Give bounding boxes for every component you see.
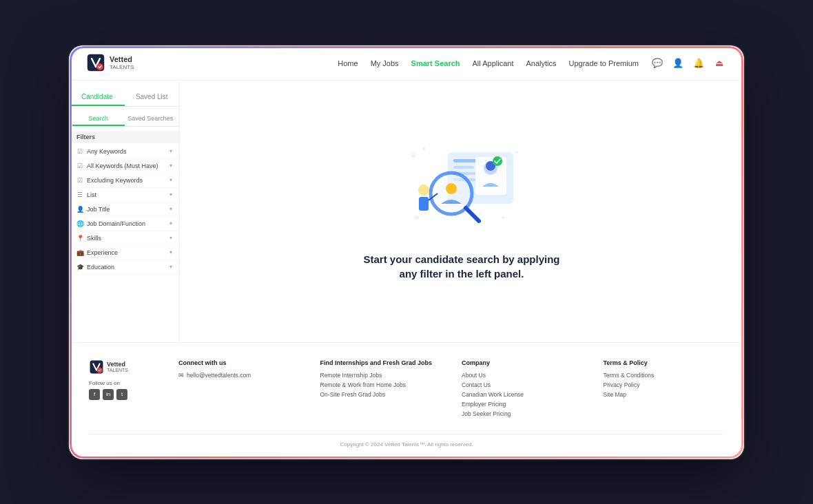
svg-point-22 — [418, 185, 429, 196]
chevron-down-icon: ▾ — [169, 220, 172, 227]
filter-job-domain-label: Job Domain/Function — [87, 220, 145, 227]
filter-experience-label: Experience — [87, 249, 118, 256]
footer-col-internships: Find Internships and Fresh Grad Jobs Rem… — [320, 359, 442, 420]
logo-sub: TALENTS — [110, 64, 134, 70]
chat-icon[interactable]: 💬 — [650, 55, 665, 70]
filter-skills-label: Skills — [87, 235, 101, 242]
chevron-down-icon: ▾ — [169, 249, 172, 255]
nav-home[interactable]: Home — [338, 56, 358, 69]
svg-point-3 — [422, 147, 425, 150]
footer-col-terms-title: Terms & Policy — [604, 359, 725, 366]
facebook-icon[interactable]: f — [89, 389, 100, 400]
filter-education[interactable]: 🎓 Education ▾ — [70, 260, 179, 275]
checkbox-icon: ☑ — [76, 148, 83, 155]
footer-columns: Vetted TALENTS Follow us on f in t Conne… — [89, 359, 724, 420]
filter-skills[interactable]: 📍 Skills ▾ — [70, 231, 179, 246]
filter-excluding-keywords[interactable]: ☑ Excluding Keywords ▾ — [70, 174, 179, 188]
social-icons: f in t — [89, 389, 158, 400]
footer-link-employer-pricing[interactable]: Employer Pricing — [462, 401, 583, 408]
footer-link-onsite[interactable]: On-Site Fresh Grad Jobs — [320, 391, 442, 398]
filters-header: Filters — [70, 131, 179, 143]
footer-link-contact[interactable]: Contact Us — [462, 381, 583, 388]
list-icon: ☰ — [76, 191, 83, 198]
chevron-down-icon: ▾ — [169, 206, 172, 212]
person-icon: 👤 — [76, 206, 83, 213]
nav-analytics[interactable]: Analytics — [526, 56, 556, 69]
chevron-down-icon: ▾ — [169, 162, 172, 169]
svg-point-5 — [515, 151, 518, 154]
filter-all-keywords[interactable]: ☑ All Keywords (Must Have) ▾ — [70, 159, 179, 174]
linkedin-icon[interactable]: in — [103, 389, 114, 400]
chevron-down-icon: ▾ — [169, 264, 172, 270]
filter-any-keywords[interactable]: ☑ Any Keywords ▾ — [70, 145, 179, 159]
footer-link-terms[interactable]: Terms & Conditions — [604, 372, 725, 379]
graduation-icon: 🎓 — [76, 264, 83, 271]
footer-col-connect-title: Connect with us — [178, 359, 300, 366]
chevron-down-icon: ▾ — [169, 148, 172, 154]
svg-point-6 — [502, 216, 504, 219]
filter-list-label: List — [87, 191, 96, 198]
footer-col-terms: Terms & Policy Terms & Conditions Privac… — [604, 359, 725, 420]
chevron-down-icon: ▾ — [169, 177, 172, 183]
pin-icon: 📍 — [76, 235, 83, 242]
bell-icon[interactable]: 🔔 — [691, 55, 706, 70]
filter-all-keywords-label: All Keywords (Must Have) — [87, 162, 158, 169]
twitter-icon[interactable]: t — [116, 389, 127, 400]
svg-rect-23 — [419, 197, 429, 211]
footer-link-jobseeker-pricing[interactable]: Job Seeker Pricing — [462, 410, 583, 417]
briefcase-icon: 💼 — [76, 249, 83, 256]
footer-link-about[interactable]: About Us — [462, 372, 583, 379]
center-content: ★★★★★ Star — [180, 81, 743, 342]
nav-icons: 💬 👤 🔔 ⏏ — [650, 55, 727, 70]
device-frame: Vetted TALENTS Home My Jobs Smart Search… — [69, 45, 744, 459]
nav-smartsearch[interactable]: Smart Search — [411, 56, 460, 69]
footer: Vetted TALENTS Follow us on f in t Conne… — [70, 342, 743, 459]
tab-saved-list[interactable]: Saved List — [125, 89, 180, 106]
filter-excluding-keywords-label: Excluding Keywords — [87, 177, 143, 184]
footer-link-cdn-work[interactable]: Canadian Work License — [462, 391, 583, 398]
footer-brand-name: Vetted — [107, 361, 128, 368]
footer-logo: Vetted TALENTS — [89, 359, 158, 375]
checkbox-icon: ☑ — [76, 162, 83, 169]
logo-name: Vetted — [110, 55, 134, 63]
footer-follow-text: Follow us on — [89, 380, 158, 386]
tab-candidate[interactable]: Candidate — [70, 89, 125, 106]
main-content: Candidate Saved List Search Saved Search… — [70, 81, 743, 342]
footer-col-internships-title: Find Internships and Fresh Grad Jobs — [320, 359, 442, 366]
subtab-saved-searches[interactable]: Saved Searches — [125, 112, 177, 126]
subtab-search[interactable]: Search — [72, 112, 125, 126]
footer-link-sitemap[interactable]: Site Map — [604, 391, 725, 398]
user-icon[interactable]: 👤 — [670, 55, 686, 70]
navbar: Vetted TALENTS Home My Jobs Smart Search… — [70, 46, 743, 81]
sidebar-subtabs: Search Saved Searches — [70, 112, 179, 127]
filter-education-label: Education — [87, 264, 114, 271]
sidebar: Candidate Saved List Search Saved Search… — [70, 81, 180, 342]
footer-link-remote-work[interactable]: Remote & Work from Home Jobs — [320, 381, 442, 388]
svg-point-7 — [415, 216, 419, 220]
filter-experience[interactable]: 💼 Experience ▾ — [70, 246, 179, 260]
filter-job-title[interactable]: 👤 Job Title ▾ — [70, 202, 179, 217]
email-icon: ✉ — [178, 372, 184, 379]
email-address[interactable]: hello@vettedtalents.com — [187, 372, 251, 379]
footer-brand-sub: TALENTS — [107, 368, 128, 372]
filter-list[interactable]: ☰ List ▾ — [70, 188, 179, 202]
footer-col-company: Company About Us Contact Us Canadian Wor… — [462, 359, 583, 420]
svg-line-20 — [466, 208, 479, 221]
filter-job-domain[interactable]: 🌐 Job Domain/Function ▾ — [70, 217, 179, 231]
footer-copyright: Copyright © 2024 Vetted Talents™. All ri… — [89, 434, 724, 448]
footer-link-privacy[interactable]: Privacy Policy — [604, 381, 725, 388]
svg-point-21 — [446, 183, 457, 194]
footer-link-remote-internship[interactable]: Remote Internship Jobs — [320, 372, 442, 379]
logo[interactable]: Vetted TALENTS — [86, 53, 134, 72]
footer-col-connect: Connect with us ✉ hello@vettedtalents.co… — [178, 359, 300, 420]
exit-icon[interactable]: ⏏ — [712, 55, 727, 70]
footer-brand: Vetted TALENTS Follow us on f in t — [89, 359, 158, 420]
nav-myjobs[interactable]: My Jobs — [371, 56, 399, 69]
nav-upgrade[interactable]: Upgrade to Premium — [569, 56, 639, 69]
svg-point-17 — [493, 156, 502, 166]
footer-email: ✉ hello@vettedtalents.com — [178, 372, 300, 379]
sidebar-tabs: Candidate Saved List — [70, 89, 179, 107]
nav-allapplicant[interactable]: All Applicant — [473, 56, 514, 69]
nav-links: Home My Jobs Smart Search All Applicant … — [338, 56, 639, 69]
filter-any-keywords-label: Any Keywords — [87, 148, 127, 155]
